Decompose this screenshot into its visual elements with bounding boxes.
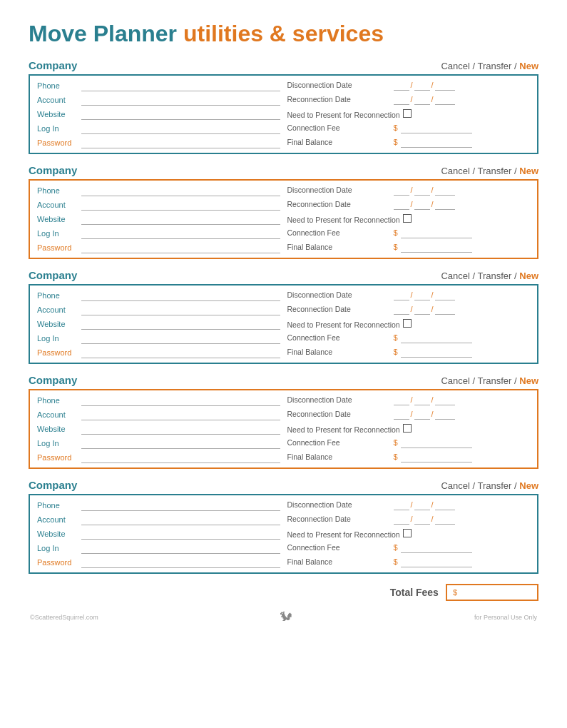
day-input[interactable] (414, 500, 430, 510)
field-input-2-2[interactable] (81, 213, 280, 225)
field-input-4-3[interactable] (81, 438, 280, 449)
page: Move Planner utilities & services Compan… (0, 0, 567, 728)
dollar-sign: $ (394, 453, 398, 461)
field-input-4-4[interactable] (81, 452, 280, 463)
company-label-5: Company (29, 479, 77, 491)
right-field-row-2-3: Connection Fee$ (287, 228, 531, 238)
field-input-1-0[interactable] (81, 80, 280, 91)
amount-input[interactable] (401, 333, 472, 343)
ctn-5: Cancel / Transfer / New (441, 480, 538, 491)
day-input[interactable] (414, 515, 430, 525)
field-input-1-3[interactable] (81, 123, 280, 134)
right-col-2: Disconnection Date//Reconnection Date//N… (287, 185, 531, 253)
checkbox-4-2[interactable] (403, 424, 412, 433)
amount-input[interactable] (401, 138, 472, 148)
section-header-1: CompanyCancel / Transfer / New (29, 59, 538, 71)
year-input[interactable] (435, 95, 455, 105)
right-label-4-4: Final Balance (287, 453, 391, 461)
month-input[interactable] (394, 81, 409, 91)
field-input-2-3[interactable] (81, 228, 280, 239)
day-input[interactable] (414, 95, 430, 105)
field-input-5-3[interactable] (81, 542, 280, 554)
field-input-4-0[interactable] (81, 395, 280, 406)
date-slash2: / (431, 81, 434, 89)
day-input[interactable] (414, 186, 430, 196)
field-input-2-1[interactable] (81, 199, 280, 211)
field-input-5-4[interactable] (81, 557, 280, 568)
field-input-2-0[interactable] (81, 185, 280, 196)
year-input[interactable] (435, 305, 455, 315)
day-input[interactable] (414, 410, 430, 420)
form-box-3: PhoneAccountWebsiteLog InPasswordDisconn… (29, 284, 538, 364)
right-field-row-2-4: Final Balance$ (287, 243, 531, 253)
day-input[interactable] (414, 81, 430, 91)
field-input-5-1[interactable] (81, 514, 280, 525)
day-input[interactable] (414, 290, 430, 300)
checkbox-1-2[interactable] (403, 109, 412, 118)
month-input[interactable] (394, 410, 409, 420)
field-input-4-2[interactable] (81, 423, 280, 435)
amount-input[interactable] (401, 557, 472, 567)
month-input[interactable] (394, 200, 409, 210)
year-input[interactable] (435, 81, 455, 91)
field-input-4-1[interactable] (81, 409, 280, 420)
total-fees-input[interactable] (460, 587, 531, 597)
section-header-3: CompanyCancel / Transfer / New (29, 269, 538, 281)
left-col-1: PhoneAccountWebsiteLog InPassword (37, 80, 280, 148)
date-group-5-0: // (394, 500, 455, 510)
year-input[interactable] (435, 290, 455, 300)
year-input[interactable] (435, 395, 455, 405)
field-input-3-1[interactable] (81, 304, 280, 315)
amount-input[interactable] (401, 453, 472, 462)
month-input[interactable] (394, 305, 409, 315)
amount-input[interactable] (401, 228, 472, 238)
field-input-2-4[interactable] (81, 242, 280, 253)
amount-input[interactable] (401, 243, 472, 253)
field-input-1-1[interactable] (81, 94, 280, 106)
right-col-5: Disconnection Date//Reconnection Date//N… (287, 500, 531, 568)
year-input[interactable] (435, 200, 455, 210)
checkbox-5-2[interactable] (403, 529, 412, 537)
right-label-2-4: Final Balance (287, 243, 391, 251)
left-field-row-4-0: Phone (37, 395, 280, 406)
field-input-3-3[interactable] (81, 333, 280, 344)
date-group-3-1: // (394, 305, 455, 315)
year-input[interactable] (435, 515, 455, 525)
month-input[interactable] (394, 95, 409, 105)
day-input[interactable] (414, 395, 430, 405)
amount-input[interactable] (401, 543, 472, 553)
date-slash: / (411, 200, 413, 208)
month-input[interactable] (394, 395, 409, 405)
field-input-3-4[interactable] (81, 347, 280, 358)
amount-input[interactable] (401, 438, 472, 448)
right-label-4-2: Need to Present for Reconnection (287, 425, 400, 434)
day-input[interactable] (414, 200, 430, 210)
field-label-2-1: Account (37, 201, 78, 209)
year-input[interactable] (435, 410, 455, 420)
field-label-2-3: Log In (37, 229, 78, 238)
right-field-row-5-3: Connection Fee$ (287, 543, 531, 553)
section-1: CompanyCancel / Transfer / NewPhoneAccou… (29, 59, 538, 154)
month-input[interactable] (394, 500, 409, 510)
field-input-1-4[interactable] (81, 137, 280, 148)
field-input-3-0[interactable] (81, 290, 280, 301)
year-input[interactable] (435, 500, 455, 510)
year-input[interactable] (435, 186, 455, 196)
checkbox-2-2[interactable] (403, 214, 412, 223)
field-input-1-2[interactable] (81, 108, 280, 120)
field-input-5-0[interactable] (81, 500, 280, 511)
day-input[interactable] (414, 305, 430, 315)
amount-input[interactable] (401, 123, 472, 133)
left-field-row-5-3: Log In (37, 542, 280, 554)
month-input[interactable] (394, 515, 409, 525)
field-input-5-2[interactable] (81, 528, 280, 540)
field-input-3-2[interactable] (81, 318, 280, 330)
dollar-sign: $ (394, 228, 398, 237)
month-input[interactable] (394, 186, 409, 196)
month-input[interactable] (394, 290, 409, 300)
left-field-row-1-1: Account (37, 94, 280, 106)
checkbox-3-2[interactable] (403, 319, 412, 328)
left-field-row-2-0: Phone (37, 185, 280, 196)
amount-input[interactable] (401, 348, 472, 358)
right-label-4-3: Connection Fee (287, 438, 391, 447)
